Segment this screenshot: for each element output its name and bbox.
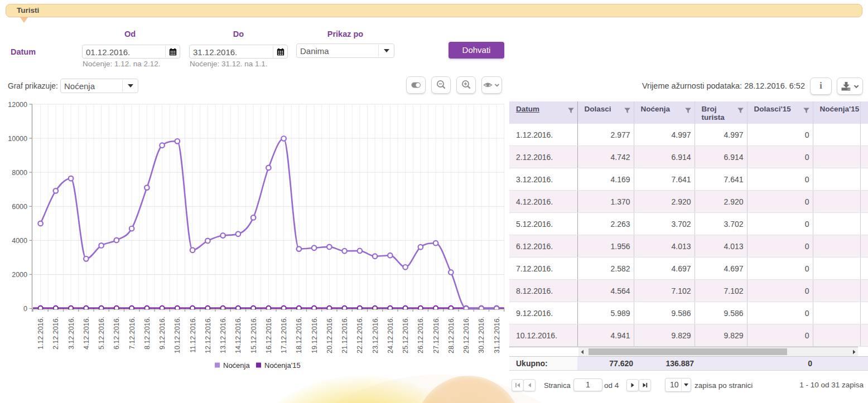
svg-text:21.12.2016.: 21.12.2016. — [341, 317, 349, 353]
svg-text:30.12.2016.: 30.12.2016. — [478, 317, 485, 353]
svg-text:9.12.2016.: 9.12.2016. — [158, 317, 166, 349]
svg-text:15.12.2016.: 15.12.2016. — [250, 317, 258, 353]
svg-text:4000: 4000 — [12, 237, 27, 245]
svg-text:1.12.2016.: 1.12.2016. — [37, 317, 45, 349]
svg-text:20.12.2016.: 20.12.2016. — [326, 317, 334, 353]
svg-text:28.12.2016.: 28.12.2016. — [447, 317, 455, 353]
svg-text:2.12.2016.: 2.12.2016. — [52, 317, 60, 349]
svg-text:16.12.2016.: 16.12.2016. — [265, 317, 273, 353]
svg-text:0: 0 — [23, 305, 27, 313]
svg-text:29.12.2016.: 29.12.2016. — [462, 317, 470, 353]
svg-text:18.12.2016.: 18.12.2016. — [295, 317, 303, 353]
svg-text:10000: 10000 — [8, 135, 27, 143]
svg-text:27.12.2016.: 27.12.2016. — [432, 317, 440, 353]
svg-text:8.12.2016.: 8.12.2016. — [143, 317, 151, 349]
svg-text:11.12.2016.: 11.12.2016. — [189, 317, 197, 353]
svg-text:25.12.2016.: 25.12.2016. — [402, 317, 409, 353]
svg-text:4.12.2016.: 4.12.2016. — [83, 317, 90, 349]
svg-text:Noćenja'15: Noćenja'15 — [264, 361, 301, 370]
svg-text:24.12.2016.: 24.12.2016. — [387, 317, 394, 353]
svg-text:2000: 2000 — [12, 271, 27, 279]
svg-text:3.12.2016.: 3.12.2016. — [67, 317, 75, 349]
svg-text:31.12.2016.: 31.12.2016. — [493, 317, 501, 353]
svg-text:13.12.2016.: 13.12.2016. — [219, 317, 227, 353]
svg-text:5.12.2016.: 5.12.2016. — [98, 317, 105, 349]
svg-text:26.12.2016.: 26.12.2016. — [417, 317, 425, 353]
svg-text:17.12.2016.: 17.12.2016. — [280, 317, 288, 353]
svg-text:8000: 8000 — [12, 169, 27, 177]
svg-text:23.12.2016.: 23.12.2016. — [372, 317, 379, 353]
svg-text:12.12.2016.: 12.12.2016. — [204, 317, 212, 353]
svg-text:6000: 6000 — [12, 203, 27, 211]
svg-text:10.12.2016.: 10.12.2016. — [173, 317, 181, 353]
svg-text:12000: 12000 — [8, 101, 27, 109]
svg-text:7.12.2016.: 7.12.2016. — [128, 317, 136, 349]
svg-text:22.12.2016.: 22.12.2016. — [356, 317, 364, 353]
svg-text:19.12.2016.: 19.12.2016. — [311, 317, 319, 353]
svg-text:14.12.2016.: 14.12.2016. — [234, 317, 242, 353]
svg-text:6.12.2016.: 6.12.2016. — [113, 317, 120, 349]
svg-text:Noćenja: Noćenja — [223, 361, 250, 370]
